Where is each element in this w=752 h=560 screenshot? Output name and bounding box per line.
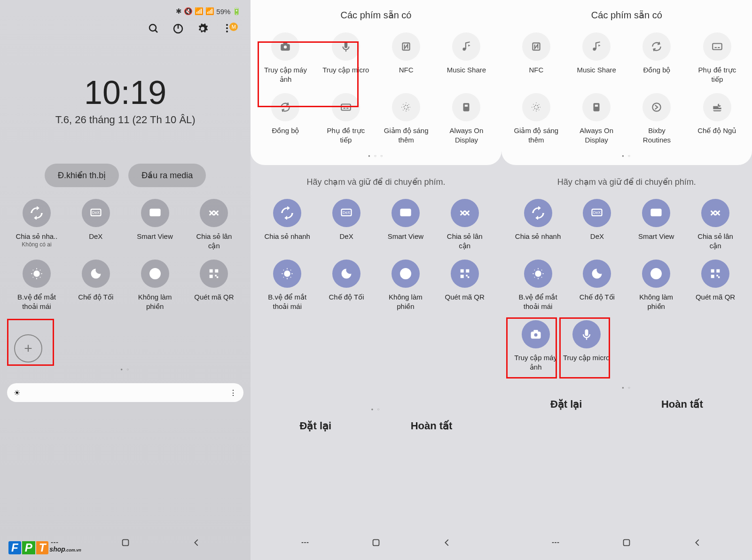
done-button[interactable]: Hoàn tất bbox=[411, 420, 453, 432]
tile-dnd[interactable]: Không làm phiền bbox=[633, 260, 680, 311]
tile-dex[interactable]: DeXDeX bbox=[72, 199, 119, 250]
svg-rect-73 bbox=[716, 275, 718, 276]
tile-extra-dim[interactable]: Giảm độ sáng thêm bbox=[513, 93, 560, 144]
tile-nearby-share[interactable]: Chia sẻ lân cận bbox=[692, 199, 739, 250]
page-indicator: ● ○ ○ bbox=[255, 154, 496, 158]
svg-rect-17 bbox=[210, 275, 213, 278]
svg-point-61 bbox=[653, 103, 661, 111]
brightness-icon: ☀ bbox=[14, 388, 20, 397]
svg-rect-18 bbox=[215, 275, 217, 276]
tile-nearby-share[interactable]: Chia sẻ lân cận bbox=[190, 199, 237, 250]
tile-quick-share[interactable]: Chia sẻ nhanh bbox=[515, 199, 562, 250]
media-output-button[interactable]: Đầu ra media bbox=[128, 164, 206, 187]
tile-dex[interactable]: DeXDeX bbox=[323, 199, 370, 250]
tile-bixby-routines[interactable]: Bixby Routines bbox=[633, 93, 680, 144]
tile-nearby-share[interactable]: Chia sẻ lân cận bbox=[441, 199, 488, 250]
page-indicator: ● ○ bbox=[251, 407, 501, 411]
wifi-icon: 📶 bbox=[195, 7, 204, 16]
svg-rect-72 bbox=[711, 275, 714, 278]
toolbar: M bbox=[0, 18, 251, 41]
recents-button[interactable] bbox=[300, 537, 310, 550]
tile-dnd[interactable]: Không làm phiền bbox=[132, 260, 179, 311]
nav-bar bbox=[251, 527, 501, 560]
device-control-button[interactable]: Đ.khiển th.bị bbox=[45, 164, 119, 187]
tile-quick-share[interactable]: Chia sẻ nha..Không có ai bbox=[13, 199, 60, 250]
tile-sync[interactable]: Đồng bộ bbox=[633, 32, 680, 84]
back-button[interactable] bbox=[442, 537, 452, 550]
tile-live-caption[interactable]: Phụ đề trực tiếp bbox=[694, 32, 741, 84]
tile-quick-share[interactable]: Chia sẻ nhanh bbox=[264, 199, 311, 250]
svg-point-33 bbox=[404, 105, 408, 110]
tile-qr-scan[interactable]: Quét mã QR bbox=[692, 260, 739, 311]
svg-line-1 bbox=[155, 30, 157, 32]
tile-dex[interactable]: DeXDeX bbox=[573, 199, 620, 250]
search-icon[interactable] bbox=[148, 23, 159, 36]
panel-available-buttons: Các phím sẵn có Truy cập máy ảnh Truy cậ… bbox=[251, 0, 501, 560]
svg-point-6 bbox=[226, 31, 228, 32]
svg-text:DeX: DeX bbox=[92, 211, 100, 215]
reset-button[interactable]: Đặt lại bbox=[550, 398, 582, 410]
tile-dark-mode[interactable]: Chế độ Tối bbox=[323, 260, 370, 311]
tile-nfc[interactable]: NFC bbox=[513, 32, 560, 84]
nav-bar bbox=[501, 527, 752, 560]
tile-nfc[interactable]: NFC bbox=[383, 32, 430, 84]
home-button[interactable] bbox=[371, 537, 381, 550]
svg-rect-55 bbox=[713, 44, 722, 50]
instruction-text: Hãy chạm và giữ để di chuyển phím. bbox=[251, 165, 501, 199]
svg-point-0 bbox=[149, 24, 156, 31]
highlight-camera bbox=[506, 317, 557, 379]
tile-smart-view[interactable]: Smart View bbox=[382, 199, 429, 250]
tile-aod[interactable]: Always On Display bbox=[573, 93, 620, 144]
back-button[interactable] bbox=[692, 537, 703, 550]
gear-icon[interactable] bbox=[197, 23, 208, 36]
svg-text:DeX: DeX bbox=[593, 211, 601, 215]
power-icon[interactable] bbox=[172, 23, 184, 36]
svg-text:DeX: DeX bbox=[343, 211, 350, 215]
highlight-add bbox=[7, 319, 54, 366]
page-indicator: ● ○ bbox=[0, 367, 251, 371]
tile-smart-view[interactable]: Smart View bbox=[633, 199, 680, 250]
more-icon[interactable]: M bbox=[221, 23, 241, 36]
page-indicator: ● ○ bbox=[501, 386, 752, 390]
tile-smart-view[interactable]: Smart View bbox=[132, 199, 179, 250]
home-button[interactable] bbox=[621, 537, 632, 550]
svg-rect-44 bbox=[460, 269, 463, 273]
svg-rect-70 bbox=[711, 269, 714, 273]
tile-aod[interactable]: Always On Display bbox=[443, 93, 490, 144]
tile-qr-scan[interactable]: Quét mã QR bbox=[190, 260, 237, 311]
tile-dark-mode[interactable]: Chế độ Tối bbox=[573, 260, 620, 311]
svg-rect-16 bbox=[215, 269, 219, 273]
brightness-more-icon[interactable]: ⋮ bbox=[229, 388, 237, 397]
svg-rect-35 bbox=[465, 105, 468, 107]
panel-after-add: Các phím sẵn có NFC Music Share Đồng bộ … bbox=[501, 0, 752, 560]
svg-rect-46 bbox=[460, 275, 463, 278]
page-indicator: ● ○ bbox=[506, 154, 747, 158]
back-button[interactable] bbox=[191, 537, 202, 550]
svg-rect-71 bbox=[716, 269, 720, 273]
svg-rect-45 bbox=[466, 269, 469, 273]
tile-dnd[interactable]: Không làm phiền bbox=[382, 260, 429, 311]
svg-text:A: A bbox=[286, 272, 289, 276]
clock-date: T.6, 26 tháng 11 (22 Th 10 ÂL) bbox=[0, 114, 251, 126]
tile-qr-scan[interactable]: Quét mã QR bbox=[441, 260, 488, 311]
svg-rect-59 bbox=[594, 103, 600, 111]
battery-text: 59% bbox=[216, 8, 230, 16]
tile-eye-comfort[interactable]: AB.vệ để mắt thoải mái bbox=[264, 260, 311, 311]
home-button[interactable] bbox=[120, 537, 131, 550]
tile-sleep-mode[interactable]: Chế độ Ngủ bbox=[694, 93, 741, 144]
svg-point-58 bbox=[534, 105, 538, 110]
clock-time: 10:19 bbox=[0, 74, 251, 111]
tile-music-share[interactable]: Music Share bbox=[443, 32, 490, 84]
done-button[interactable]: Hoàn tất bbox=[661, 398, 703, 410]
tile-eye-comfort[interactable]: AB.vệ để mắt thoải mái bbox=[515, 260, 562, 311]
section-title: Các phím sẵn có bbox=[506, 9, 747, 21]
svg-rect-19 bbox=[217, 276, 219, 278]
recents-button[interactable] bbox=[550, 537, 561, 550]
brightness-slider[interactable]: ☀ ⋮ bbox=[7, 383, 243, 402]
tile-eye-comfort[interactable]: AB.vệ để mắt thoải mái bbox=[13, 260, 60, 311]
section-title: Các phím sẵn có bbox=[255, 9, 496, 21]
tile-music-share[interactable]: Music Share bbox=[573, 32, 620, 84]
tile-dark-mode[interactable]: Chế độ Tối bbox=[72, 260, 119, 311]
reset-button[interactable]: Đặt lại bbox=[300, 420, 332, 432]
tile-extra-dim[interactable]: Giảm độ sáng thêm bbox=[383, 93, 430, 144]
